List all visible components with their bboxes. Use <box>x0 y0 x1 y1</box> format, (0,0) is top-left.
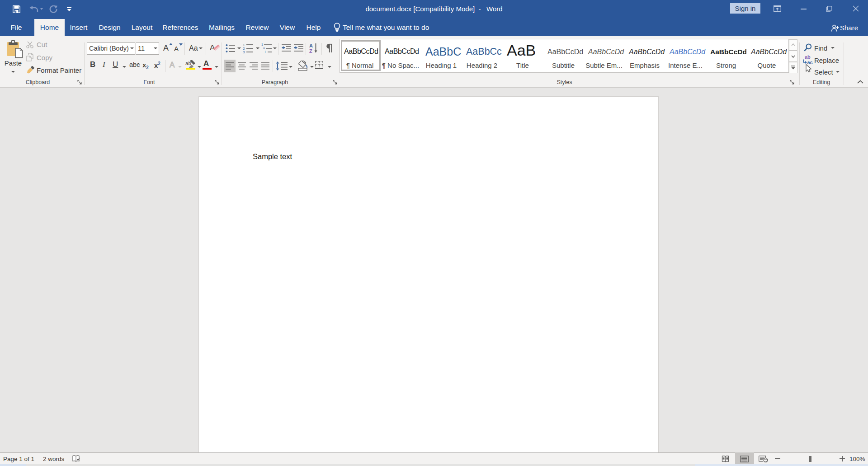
svg-text:A: A <box>170 61 175 69</box>
svg-text:1: 1 <box>261 43 263 46</box>
svg-text:ab: ab <box>805 54 811 60</box>
svg-text:a: a <box>263 47 265 50</box>
svg-text:3: 3 <box>243 50 245 53</box>
svg-text:Z: Z <box>309 48 312 53</box>
svg-text:A: A <box>309 43 313 48</box>
svg-text:i: i <box>265 50 266 53</box>
